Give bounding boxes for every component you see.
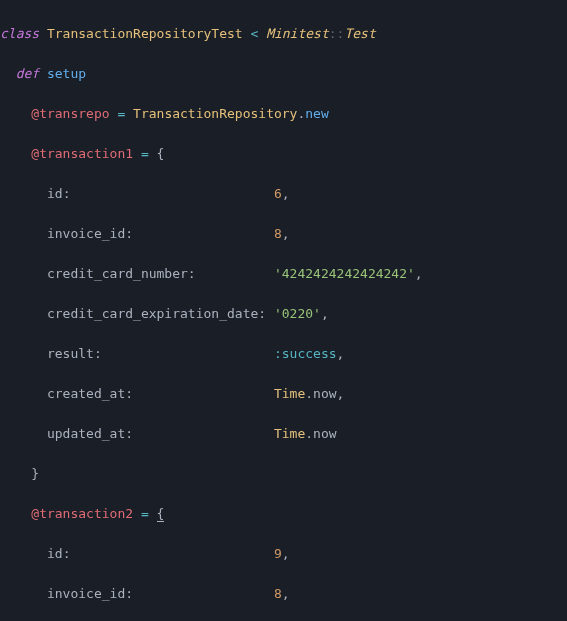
ivar-transrepo: @transrepo (31, 106, 109, 121)
code-line: class TransactionRepositoryTest < Minite… (0, 24, 567, 44)
class-time: Time (274, 386, 305, 401)
code-line: result: :success, (0, 344, 567, 364)
code-line: @transrepo = TransactionRepository.new (0, 104, 567, 124)
method-now: now (313, 386, 336, 401)
method-new: new (305, 106, 328, 121)
code-line: invoice_id: 8, (0, 584, 567, 604)
key-ccn: credit_card_number (47, 266, 188, 281)
code-line: def setup (0, 64, 567, 84)
value-sym: :success (274, 346, 337, 361)
method-name: setup (47, 66, 86, 81)
code-line: id: 9, (0, 544, 567, 564)
class-name: TransactionRepositoryTest (47, 26, 243, 41)
value-num: 9 (274, 546, 282, 561)
code-line: } (0, 464, 567, 484)
ivar-transaction1: @transaction1 (31, 146, 133, 161)
value-num: 6 (274, 186, 282, 201)
keyword-def: def (16, 66, 39, 81)
code-line: updated_at: Time.now (0, 424, 567, 444)
class-name: TransactionRepository (133, 106, 297, 121)
value-str: 4242424242424242 (282, 266, 407, 281)
key-id: id (47, 546, 63, 561)
code-line: credit_card_expiration_date: '0220', (0, 304, 567, 324)
key-result: result (47, 346, 94, 361)
code-line: credit_card_number: '4242424242424242', (0, 264, 567, 284)
key-cced: credit_card_expiration_date (47, 306, 258, 321)
key-invoice-id: invoice_id (47, 226, 125, 241)
brace-with-caret: { (157, 506, 165, 522)
ivar-transaction2: @transaction2 (31, 506, 133, 521)
code-line: id: 6, (0, 184, 567, 204)
code-line: @transaction1 = { (0, 144, 567, 164)
method-now: now (313, 426, 336, 441)
code-line: created_at: Time.now, (0, 384, 567, 404)
key-id: id (47, 186, 63, 201)
code-line: invoice_id: 8, (0, 224, 567, 244)
key-created-at: created_at (47, 386, 125, 401)
value-num: 8 (274, 586, 282, 601)
code-editor[interactable]: class TransactionRepositoryTest < Minite… (0, 0, 567, 621)
code-line: @transaction2 = { (0, 504, 567, 524)
key-invoice-id: invoice_id (47, 586, 125, 601)
value-str: 0220 (282, 306, 313, 321)
value-num: 8 (274, 226, 282, 241)
module-name: Minitest (266, 26, 329, 41)
keyword-class: class (0, 26, 39, 41)
class-name: Test (344, 26, 375, 41)
class-time: Time (274, 426, 305, 441)
key-updated-at: updated_at (47, 426, 125, 441)
operator-lt: < (250, 26, 258, 41)
scope-op: :: (329, 26, 345, 41)
